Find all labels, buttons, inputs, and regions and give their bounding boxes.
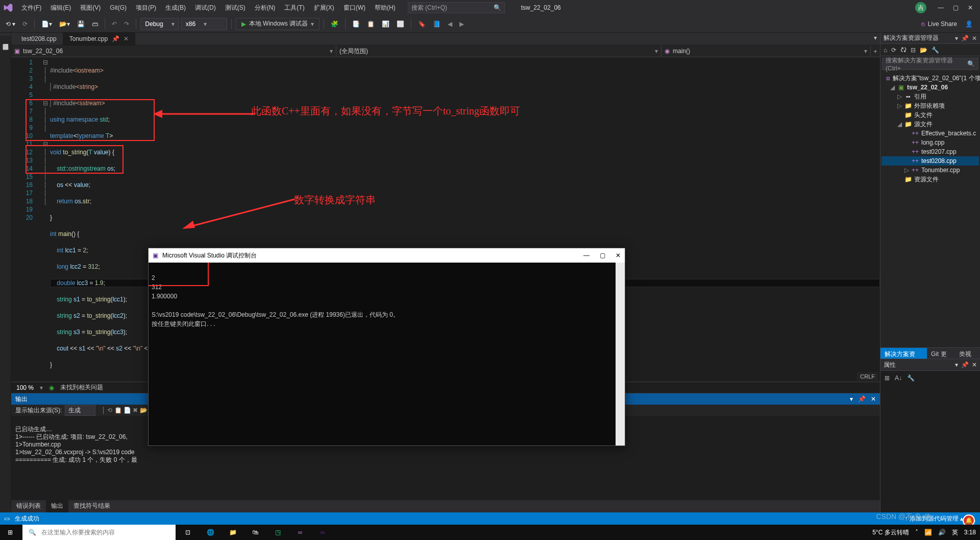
menu-edit[interactable]: 编辑(E) [46,2,75,14]
save-all-button[interactable]: 🗃 [89,19,101,29]
edge-icon[interactable]: 🌐 [200,529,220,536]
menu-file[interactable]: 文件(F) [17,2,45,14]
solution-search[interactable]: 搜索解决方案资源管理器(Ctrl+ 🔍 [882,58,978,70]
zoom-percent[interactable]: 100 % [16,384,34,391]
tab-git-changes[interactable]: Git 更改 [927,348,955,359]
taskbar-search[interactable]: 🔍 在这里输入你要搜索的内容 [22,525,176,540]
dropdown-icon[interactable]: ▾ [955,35,958,42]
toolbar-icon-4[interactable]: 📊 [379,19,392,29]
toolbar-icon-6[interactable]: 🔖 [415,19,428,29]
close-panel-icon[interactable]: ✕ [972,361,977,368]
vs-icon-2[interactable]: ∞ [312,529,333,536]
wifi-icon[interactable]: 📶 [924,529,932,536]
output-source-select[interactable]: 生成 [65,405,95,416]
debug-console-window[interactable]: ▣ Microsoft Visual Studio 调试控制台 — ▢ ✕ 2 … [148,248,625,446]
new-file-button[interactable]: 📄▾ [39,19,55,29]
nav-fwd-button[interactable]: ⟳ [20,19,30,29]
undo-button[interactable]: ↶ [109,19,119,29]
close-panel-icon[interactable]: ✕ [871,395,876,403]
task-view-icon[interactable]: ⊡ [178,529,198,536]
save-button[interactable]: 💾 [75,19,87,29]
toolbar-icon-3[interactable]: 📋 [364,19,377,29]
user-avatar[interactable]: 吉 [915,2,926,13]
tray-chevron-icon[interactable]: ˄ [915,529,918,536]
nav-function-scope[interactable]: ◉ main() ▾ [662,45,871,57]
redo-button[interactable]: ↷ [121,19,132,29]
close-tab-icon[interactable]: ✕ [124,35,129,42]
home-icon[interactable]: ⌂ [884,46,887,54]
tab-solution-explorer[interactable]: 解决方案资源... [880,348,927,359]
console-body[interactable]: 2 312 1.900000 S:\vs2019 code\tsw_22_02_… [149,263,616,445]
add-nav-button[interactable]: ＋ [871,47,880,56]
global-search[interactable]: 搜索 (Ctrl+Q) 🔍 [408,2,505,13]
window-maximize-icon[interactable]: ▢ [600,252,605,259]
alpha-sort-icon[interactable]: A↓ [895,374,902,382]
tab-find-symbol[interactable]: 查找符号结果 [68,500,115,512]
menu-project[interactable]: 项目(P) [132,2,160,14]
tab-error-list[interactable]: 错误列表 [11,500,46,512]
menu-git[interactable]: Git(G) [106,2,131,13]
tabs-overflow-icon[interactable]: ▾ [874,34,877,41]
menu-window[interactable]: 窗口(W) [339,2,370,14]
properties-icon[interactable]: 🔧 [932,46,939,54]
feedback-icon[interactable]: 👤 [965,20,973,28]
pin-icon[interactable]: 📌 [961,361,969,368]
window-minimize-icon[interactable]: — [583,252,590,259]
config-select[interactable]: Debug▾ [140,18,179,30]
live-share-button[interactable]: ⎋ Live Share 👤 [917,20,977,28]
toolbar-icon-5[interactable]: ⬜ [394,19,407,29]
console-scrollbar[interactable] [616,263,625,445]
window-close-icon[interactable]: ✕ [968,4,973,11]
clock[interactable]: 3:18 [964,529,976,536]
explorer-icon[interactable]: 📁 [223,529,243,536]
server-explorer-tab[interactable]: 服务器资源管理器 [0,36,11,512]
categorize-icon[interactable]: ⊞ [885,374,890,382]
dropdown-icon[interactable]: ▾ [955,361,958,368]
window-minimize-icon[interactable]: — [938,4,944,11]
platform-select[interactable]: x86▾ [181,18,227,30]
system-tray[interactable]: 5°C 多云转晴 ˄ 📶 🔊 英 3:18 [868,528,980,537]
start-button[interactable]: ⊞ [0,529,20,536]
crlf-label[interactable]: CRLF [857,372,878,381]
ime-icon[interactable]: 英 [952,528,958,537]
toolbar-icon-9[interactable]: ▶ [457,19,467,29]
menu-build[interactable]: 生成(B) [161,2,190,14]
refresh-icon[interactable]: 🗘 [900,46,906,54]
window-restore-icon[interactable]: ▢ [953,4,959,11]
weather-widget[interactable]: 5°C 多云转晴 [872,528,909,537]
collapse-icon[interactable]: ⊟ [911,46,916,54]
nav-back-button[interactable]: ⟲ ▾ [3,19,18,29]
fold-column[interactable]: ⊟││ ⊟│││ ⊟││││ │││ [41,57,50,382]
dropdown-icon[interactable]: ▾ [850,395,853,403]
toolbar-icon-7[interactable]: 📘 [430,19,443,29]
run-debug-button[interactable]: ▶本地 Windows 调试器▾ [236,18,320,30]
nav-global-scope[interactable]: (全局范围) ▾ [336,45,662,57]
open-file-button[interactable]: 📂▾ [57,19,72,29]
nav-project-scope[interactable]: ▣ tsw_22_02_06 ▾ [11,45,336,57]
menu-extensions[interactable]: 扩展(X) [310,2,338,14]
close-panel-icon[interactable]: ✕ [972,35,977,42]
menu-analyze[interactable]: 分析(N) [251,2,280,14]
toolbar-icon-8[interactable]: ◀ [445,19,455,29]
menu-test[interactable]: 测试(S) [221,2,250,14]
tab-class-view[interactable]: 类视图 [955,348,980,359]
toolbar-icon-2[interactable]: 📑 [350,19,362,29]
pin-icon[interactable]: 📌 [858,395,866,403]
window-close-icon[interactable]: ✕ [616,252,621,259]
solution-tree[interactable]: ⧈解决方案"tsw_22_02_06"(1 个项 ◢▣tsw_22_02_06 … [880,72,980,347]
store-icon[interactable]: 🛍 [245,529,265,536]
sync-icon[interactable]: ⟳ [891,46,896,54]
editor-tab[interactable]: Tonumber.cpp 📌 ✕ [63,33,135,45]
pycharm-icon[interactable]: ◳ [267,529,288,536]
editor-tab[interactable]: test0208.cpp [15,33,63,45]
tab-output[interactable]: 输出 [46,500,68,512]
pin-icon[interactable]: 📌 [112,35,119,42]
wrench-icon[interactable]: 🔧 [907,374,915,382]
menu-debug[interactable]: 调试(D) [191,2,220,14]
show-all-icon[interactable]: 📂 [920,46,927,54]
menu-view[interactable]: 视图(V) [76,2,105,14]
vs-icon[interactable]: ∞ [290,529,310,536]
volume-icon[interactable]: 🔊 [938,529,946,536]
toolbar-icon-1[interactable]: 🧩 [328,19,341,29]
console-titlebar[interactable]: ▣ Microsoft Visual Studio 调试控制台 — ▢ ✕ [149,248,625,263]
